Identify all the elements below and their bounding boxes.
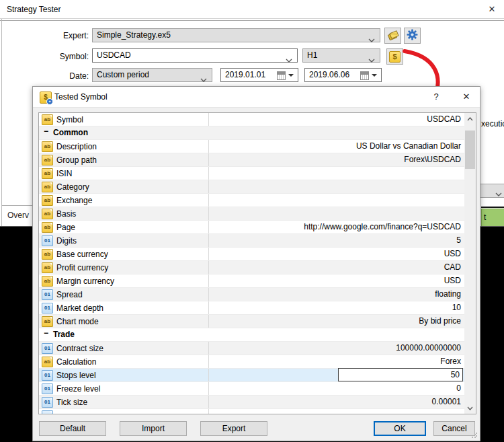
- property-row[interactable]: abProfit currencyCAD: [39, 261, 464, 274]
- date-from-field[interactable]: 2019.01.01: [220, 68, 298, 82]
- property-label-cell: abChart mode: [39, 315, 209, 328]
- property-value: 100000.00000000: [396, 343, 461, 353]
- period-combobox[interactable]: H1: [302, 48, 380, 63]
- expert-label: Expert:: [27, 31, 89, 40]
- gear-icon: [407, 29, 418, 42]
- property-label: Chart mode: [56, 317, 99, 326]
- property-row[interactable]: 01Contract size100000.00000000: [39, 342, 464, 355]
- dialog-titlebar[interactable]: $✦ Tested Symbol ? ✕: [33, 87, 480, 108]
- property-value: 10: [452, 303, 461, 312]
- property-row[interactable]: abCategory: [39, 180, 464, 194]
- collapse-icon[interactable]: −: [44, 328, 53, 341]
- scroll-up-icon[interactable]: [464, 113, 476, 124]
- property-value-cell: floating: [209, 288, 464, 301]
- text-type-icon: ab: [42, 249, 53, 260]
- resize-grip[interactable]: [471, 432, 478, 439]
- import-button[interactable]: Import: [120, 421, 187, 436]
- property-row[interactable]: abCalculationForex: [39, 355, 464, 369]
- property-label: Group path: [56, 155, 97, 165]
- property-row[interactable]: 01Digits5: [39, 234, 464, 248]
- date-to-field[interactable]: 2019.06.06: [304, 68, 382, 82]
- property-label: Freeze level: [56, 384, 100, 394]
- symbol-properties-button[interactable]: $: [386, 48, 403, 65]
- window-close-icon[interactable]: ✕: [482, 1, 501, 17]
- section-header-label: Trade: [53, 328, 75, 341]
- property-value: US Dollar vs Canadian Dollar: [356, 141, 461, 151]
- text-type-icon: ab: [42, 316, 53, 327]
- overview-tab-fragment[interactable]: Overv: [7, 211, 29, 220]
- expert-browse-button[interactable]: [384, 28, 401, 44]
- property-label: Page: [56, 223, 75, 232]
- section-header-row[interactable]: −Trade: [39, 328, 464, 342]
- stops-level-input[interactable]: [338, 368, 463, 381]
- property-row[interactable]: 01Market depth10: [39, 301, 464, 315]
- text-type-icon: ab: [42, 195, 53, 206]
- property-label: Exchange: [56, 196, 92, 205]
- property-label-cell: 01Spread: [39, 288, 209, 301]
- number-type-icon: 01: [42, 235, 53, 246]
- property-value: By bid price: [419, 316, 461, 326]
- text-type-icon: ab: [42, 262, 53, 273]
- property-label: Tick size: [56, 398, 87, 407]
- property-label-cell: abDescription: [39, 140, 209, 153]
- section-header-label: Common: [53, 126, 88, 139]
- property-row[interactable]: abExchange: [39, 194, 464, 207]
- chevron-down-icon: [368, 54, 375, 67]
- property-value-cell: Forex\USDCAD: [209, 153, 464, 166]
- property-label-cell: 01Market depth: [39, 301, 209, 314]
- property-label-cell: 01Contract size: [39, 342, 209, 355]
- property-row[interactable]: abMargin currencyUSD: [39, 274, 464, 288]
- property-label: Contract size: [56, 344, 103, 353]
- collapse-icon[interactable]: −: [44, 126, 53, 139]
- date-mode-value: Custom period: [97, 70, 149, 79]
- text-type-icon: ab: [42, 114, 53, 125]
- property-row[interactable]: 01Freeze level0: [39, 382, 464, 396]
- help-icon[interactable]: ?: [428, 89, 444, 105]
- expert-combobox[interactable]: Simple_Strategy.ex5: [92, 28, 380, 42]
- property-row[interactable]: abGroup pathForex\USDCAD: [39, 153, 464, 167]
- text-type-icon: ab: [42, 182, 53, 192]
- property-value-cell: Forex: [209, 355, 464, 368]
- property-row[interactable]: abBase currencyUSD: [39, 248, 464, 261]
- date-mode-combobox[interactable]: Custom period: [92, 68, 212, 82]
- export-button[interactable]: Export: [200, 421, 267, 436]
- property-row[interactable]: abSymbolUSDCAD: [39, 113, 464, 126]
- property-row[interactable]: 01Stops level: [39, 369, 464, 382]
- section-header-row[interactable]: −Common: [39, 126, 464, 140]
- tested-symbol-icon: $✦: [40, 91, 52, 104]
- expert-properties-button[interactable]: [404, 28, 421, 44]
- number-type-icon: 01: [42, 410, 53, 415]
- property-row[interactable]: 01Spreadfloating: [39, 288, 464, 301]
- vertical-scrollbar[interactable]: [464, 113, 476, 414]
- scrollbar-thumb[interactable]: [465, 131, 475, 169]
- property-row[interactable]: abDescriptionUS Dollar vs Canadian Dolla…: [39, 140, 464, 153]
- property-label-cell: abMargin currency: [39, 274, 209, 287]
- start-button-fragment[interactable]: t: [481, 209, 504, 227]
- cancel-button[interactable]: Cancel: [433, 421, 475, 436]
- badge-icon: ✦: [46, 98, 53, 105]
- date-label: Date:: [27, 71, 89, 81]
- number-type-icon: 01: [42, 383, 53, 394]
- property-row[interactable]: abPagehttp://www.google.com/finance?q=US…: [39, 221, 464, 234]
- property-label: Digits: [56, 236, 77, 246]
- text-type-icon: ab: [42, 141, 53, 152]
- property-label: Profit currency: [56, 263, 108, 272]
- default-button[interactable]: Default: [39, 421, 106, 436]
- symbol-label: Symbol:: [27, 52, 89, 61]
- property-row[interactable]: 01Tick size0.00001: [39, 396, 464, 409]
- symbol-combobox[interactable]: USDCAD: [92, 48, 298, 63]
- text-type-icon: ab: [42, 276, 53, 287]
- ok-button[interactable]: OK: [374, 421, 426, 436]
- property-row[interactable]: abChart modeBy bid price: [39, 315, 464, 328]
- date-from-value: 2019.01.01: [225, 70, 265, 79]
- property-value-cell: 100000.00000000: [209, 342, 464, 355]
- close-icon[interactable]: ✕: [458, 89, 475, 105]
- text-type-icon: ab: [42, 155, 53, 165]
- scroll-down-icon[interactable]: [464, 402, 476, 414]
- combobox-fragment[interactable]: [478, 184, 504, 198]
- period-combobox-value: H1: [307, 50, 317, 60]
- property-row[interactable]: abISIN: [39, 167, 464, 180]
- property-label-cell: 01Digits: [39, 234, 209, 247]
- property-row[interactable]: abBasis: [39, 207, 464, 221]
- property-row[interactable]: 01: [39, 409, 464, 414]
